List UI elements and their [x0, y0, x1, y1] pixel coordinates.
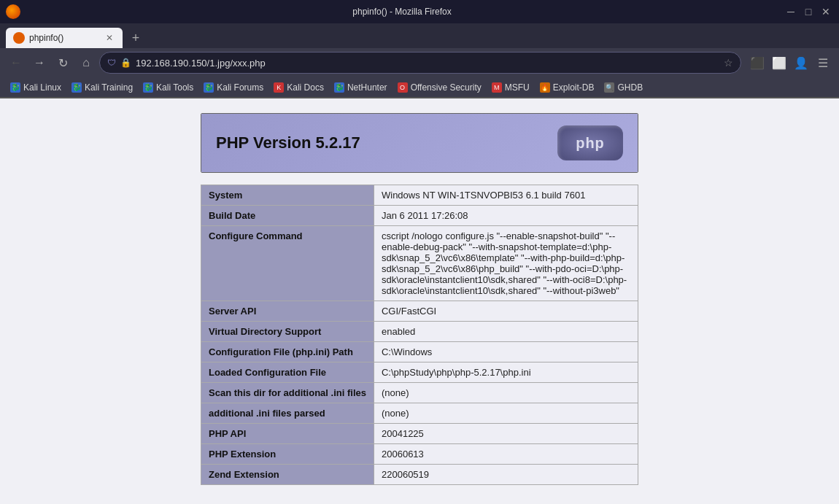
table-cell-key: Scan this dir for additional .ini files [201, 383, 374, 403]
bookmark-nethunter[interactable]: 🐉 NetHunter [330, 81, 392, 94]
table-cell-key: Virtual Directory Support [201, 322, 374, 342]
table-cell-value: C:\phpStudy\php\php-5.2.17\php.ini [374, 363, 638, 383]
php-logo-text: php [576, 135, 605, 152]
new-tab-button[interactable]: + [125, 28, 146, 48]
table-cell-value: Jan 6 2011 17:26:08 [374, 206, 638, 226]
php-header: PHP Version 5.2.17 php [201, 114, 638, 172]
forward-button[interactable]: → [29, 53, 50, 73]
bookmark-kali-tools-label: Kali Tools [156, 82, 193, 93]
bookmarks-bar: 🐉 Kali Linux 🐉 Kali Training 🐉 Kali Tool… [0, 77, 839, 98]
titlebar: phpinfo() - Mozilla Firefox ─ □ ✕ [0, 0, 839, 23]
table-cell-key: System [201, 185, 374, 206]
bookmark-offensive-security[interactable]: O Offensive Security [393, 81, 486, 94]
bookmark-ghdb-label: GHDB [617, 82, 643, 93]
table-cell-value: (none) [374, 383, 638, 403]
page-content: PHP Version 5.2.17 php SystemWindows NT … [0, 98, 839, 504]
minimize-button[interactable]: ─ [784, 4, 798, 19]
table-cell-key: additional .ini files parsed [201, 403, 374, 424]
tabbar: phpinfo() ✕ + [0, 23, 839, 48]
table-cell-value: Windows NT WIN-1TSNVOPBI53 6.1 build 760… [374, 185, 638, 206]
nethunter-favicon: 🐉 [334, 82, 344, 93]
table-cell-key: PHP API [201, 424, 374, 444]
table-cell-key: Configure Command [201, 226, 374, 301]
lock-icon: 🔒 [120, 58, 131, 68]
collections-button[interactable]: ⬛ [747, 53, 768, 73]
php-logo: php [557, 125, 623, 160]
back-button[interactable]: ← [6, 53, 26, 73]
php-version: PHP Version 5.2.17 [216, 133, 360, 152]
close-button[interactable]: ✕ [819, 4, 833, 19]
table-row: SystemWindows NT WIN-1TSNVOPBI53 6.1 bui… [201, 185, 638, 206]
kali-forums-favicon: 🐉 [204, 82, 214, 93]
table-row: Virtual Directory Supportenabled [201, 322, 638, 342]
table-cell-key: Build Date [201, 206, 374, 226]
bookmark-exploit-db[interactable]: 🔥 Exploit-DB [536, 81, 599, 94]
kali-training-favicon: 🐉 [71, 82, 82, 93]
bookmark-star-icon[interactable]: ☆ [724, 57, 733, 69]
kali-linux-favicon: 🐉 [10, 82, 20, 93]
bookmark-kali-linux[interactable]: 🐉 Kali Linux [6, 81, 66, 94]
table-cell-key: Configuration File (php.ini) Path [201, 342, 374, 363]
active-tab[interactable]: phpinfo() ✕ [6, 28, 123, 48]
table-cell-value: cscript /nologo configure.js "--enable-s… [374, 226, 638, 301]
table-row: Scan this dir for additional .ini files(… [201, 383, 638, 403]
bookmark-nethunter-label: NetHunter [347, 82, 387, 93]
table-cell-key: PHP Extension [201, 444, 374, 465]
kali-tools-favicon: 🐉 [143, 82, 153, 93]
home-button[interactable]: ⌂ [76, 53, 96, 73]
bookmark-msfu[interactable]: M MSFU [487, 81, 534, 94]
msfu-favicon: M [492, 82, 502, 93]
bookmark-kali-training[interactable]: 🐉 Kali Training [67, 81, 137, 94]
bookmark-kali-forums-label: Kali Forums [217, 82, 263, 93]
bookmark-kali-linux-label: Kali Linux [23, 82, 61, 93]
titlebar-title: phpinfo() - Mozilla Firefox [20, 7, 784, 17]
menu-button[interactable]: ☰ [813, 53, 833, 73]
nav-extra-buttons: ⬛ ⬜ 👤 ☰ [747, 53, 833, 73]
bookmark-kali-docs-label: Kali Docs [287, 82, 324, 93]
table-row: Loaded Configuration FileC:\phpStudy\php… [201, 363, 638, 383]
table-cell-value: (none) [374, 403, 638, 424]
table-row: Configure Commandcscript /nologo configu… [201, 226, 638, 301]
table-cell-value: enabled [374, 322, 638, 342]
ghdb-favicon: 🔍 [604, 82, 614, 93]
bookmark-kali-docs[interactable]: K Kali Docs [269, 81, 328, 94]
offensive-security-favicon: O [398, 82, 408, 93]
phpinfo-table: SystemWindows NT WIN-1TSNVOPBI53 6.1 bui… [201, 185, 638, 485]
bookmark-kali-forums[interactable]: 🐉 Kali Forums [199, 81, 268, 94]
table-cell-value: C:\Windows [374, 342, 638, 363]
bookmark-ghdb[interactable]: 🔍 GHDB [600, 81, 647, 94]
titlebar-left [6, 4, 20, 19]
exploit-db-favicon: 🔥 [540, 82, 550, 93]
table-cell-value: 20060613 [374, 444, 638, 465]
table-cell-key: Server API [201, 301, 374, 322]
bookmark-kali-tools[interactable]: 🐉 Kali Tools [139, 81, 198, 94]
table-row: PHP Extension20060613 [201, 444, 638, 465]
table-cell-key: Loaded Configuration File [201, 363, 374, 383]
sidebar-button[interactable]: ⬜ [769, 53, 789, 73]
reload-button[interactable]: ↻ [53, 53, 73, 73]
security-icon: 🛡 [107, 58, 116, 68]
browser-chrome: phpinfo() ✕ + ← → ↻ ⌂ 🛡 🔒 ☆ ⬛ ⬜ 👤 ☰ 🐉 Ka… [0, 23, 839, 98]
table-row: additional .ini files parsed(none) [201, 403, 638, 424]
table-cell-value: CGI/FastCGI [374, 301, 638, 322]
table-row: PHP API20041225 [201, 424, 638, 444]
bookmark-msfu-label: MSFU [505, 82, 530, 93]
bookmark-offensive-security-label: Offensive Security [411, 82, 482, 93]
tab-favicon-icon [13, 32, 25, 44]
maximize-button[interactable]: □ [801, 4, 816, 19]
table-row: Zend Extension220060519 [201, 465, 638, 485]
urlbar[interactable]: 🛡 🔒 ☆ [99, 52, 741, 74]
php-header-box: PHP Version 5.2.17 php [201, 113, 638, 173]
bookmark-exploit-db-label: Exploit-DB [553, 82, 595, 93]
table-cell-key: Zend Extension [201, 465, 374, 485]
kali-docs-favicon: K [274, 82, 284, 93]
table-cell-value: 20041225 [374, 424, 638, 444]
tab-label: phpinfo() [29, 33, 63, 43]
table-cell-value: 220060519 [374, 465, 638, 485]
url-input[interactable] [136, 58, 719, 69]
account-button[interactable]: 👤 [791, 53, 811, 73]
table-row: Build DateJan 6 2011 17:26:08 [201, 206, 638, 226]
bookmark-kali-training-label: Kali Training [85, 82, 133, 93]
tab-close-button[interactable]: ✕ [104, 32, 115, 44]
firefox-logo-icon [6, 4, 20, 19]
